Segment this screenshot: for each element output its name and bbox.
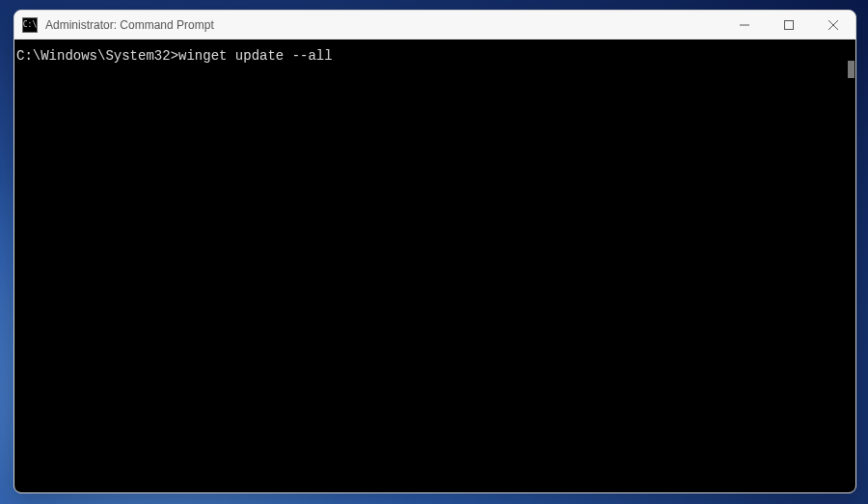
terminal-line: C:\Windows\System32>winget update --all xyxy=(16,47,855,66)
maximize-icon xyxy=(784,20,794,30)
svg-rect-1 xyxy=(785,20,794,29)
close-button[interactable] xyxy=(811,11,855,39)
cmd-app-icon: C:\ xyxy=(22,17,38,33)
minimize-button[interactable] xyxy=(722,11,767,39)
scrollbar-thumb[interactable] xyxy=(848,61,854,78)
terminal-area[interactable]: C:\Windows\System32>winget update --all xyxy=(14,40,855,492)
minimize-icon xyxy=(740,20,749,30)
close-icon xyxy=(828,20,838,30)
window-title: Administrator: Command Prompt xyxy=(45,18,722,32)
window-controls xyxy=(722,11,855,39)
cmd-app-icon-text: C:\ xyxy=(23,21,37,29)
terminal-command: winget update --all xyxy=(178,48,333,64)
titlebar[interactable]: C:\ Administrator: Command Prompt xyxy=(14,11,855,40)
terminal-prompt: C:\Windows\System32> xyxy=(16,48,178,64)
maximize-button[interactable] xyxy=(767,11,811,39)
command-prompt-window: C:\ Administrator: Command Prompt xyxy=(14,10,856,493)
